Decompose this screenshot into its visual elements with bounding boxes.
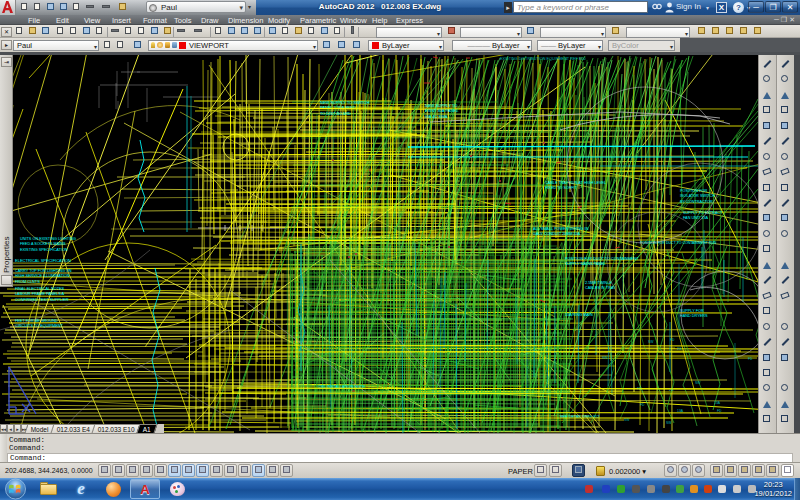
svg-text:ELECTRICAL SPECIFICATION: ELECTRICAL SPECIFICATION <box>15 258 71 263</box>
svg-text:FROM CLNTS: FROM CLNTS <box>15 280 40 284</box>
svg-text:FEED A SOCKETS MAINS: FEED A SOCKETS MAINS <box>20 242 66 246</box>
svg-text:POSITION FOR DUCT TO CONTAINME: POSITION FOR DUCT TO CONTAINMENT <box>565 257 639 261</box>
svg-text:FEET FOR BE GROUND: FEET FOR BE GROUND <box>15 319 58 323</box>
svg-text:EXISTING DISTRIBUTION EQUIPMEN: EXISTING DISTRIBUTION EQUIPMENT REF E10 <box>500 57 586 61</box>
svg-text:ISOLATOR SWITCH: ISOLATOR SWITCH <box>680 194 715 198</box>
svg-text:13A: 13A <box>714 401 721 405</box>
svg-text:EXIST 30A PANEL: EXIST 30A PANEL <box>425 108 459 113</box>
svg-text:PANEL 2 30A FEED: PANEL 2 30A FEED <box>320 105 356 110</box>
svg-text:FAN UNIT 13A: FAN UNIT 13A <box>683 216 709 220</box>
svg-text:CABLES IN TRAY: CABLES IN TRAY <box>585 286 616 290</box>
svg-text:ALL SMALL POWER WIRING IN: ALL SMALL POWER WIRING IN <box>533 227 589 231</box>
svg-text:SW: SW <box>666 421 672 425</box>
svg-text:SW: SW <box>695 381 701 385</box>
svg-text:SW: SW <box>602 356 608 360</box>
svg-text:EXISTING SPECIFICATION: EXISTING SPECIFICATION <box>20 248 68 252</box>
svg-text:13A RING MAIN: 13A RING MAIN <box>565 313 593 317</box>
svg-text:CIRCUITS TO EQUIPMENT: CIRCUITS TO EQUIPMENT <box>15 324 63 328</box>
svg-text:2G: 2G <box>677 347 682 351</box>
svg-text:SUPPLY TO EXTRACT: SUPPLY TO EXTRACT <box>683 211 723 215</box>
svg-text:SW: SW <box>624 418 630 422</box>
svg-text:TO DIST BOARD: TO DIST BOARD <box>320 111 351 116</box>
svg-text:FD: FD <box>640 403 645 407</box>
svg-text:SUPPLY FOR: SUPPLY FOR <box>680 309 704 313</box>
svg-text:FINAL ELECTRICAL NOTES: FINAL ELECTRICAL NOTES <box>15 287 65 291</box>
svg-text:BY CONTRACTOR: BY CONTRACTOR <box>680 200 713 204</box>
svg-text:SW: SW <box>648 340 654 344</box>
svg-text:LABOUR FRAME PANELS A: LABOUR FRAME PANELS A <box>15 292 65 296</box>
svg-text:FIXED TO SOFFIT: FIXED TO SOFFIT <box>545 186 578 190</box>
svg-text:VIA 4C SWA: VIA 4C SWA <box>425 114 448 119</box>
svg-text:HIGH SERVICE ILLUMINATION: HIGH SERVICE ILLUMINATION <box>15 274 70 278</box>
svg-text:FD: FD <box>748 357 753 361</box>
svg-text:HAND DRYERS: HAND DRYERS <box>680 314 708 318</box>
svg-text:UNITS ON EXISTING LIGHTING: UNITS ON EXISTING LIGHTING <box>20 237 76 241</box>
svg-text:CARRY TOP FOR LIGHTING ON: CARRY TOP FOR LIGHTING ON <box>15 269 72 273</box>
svg-text:CONFIRMED TEST SUPPLIER: CONFIRMED TEST SUPPLIER <box>15 298 69 302</box>
svg-text:FD: FD <box>670 338 675 342</box>
svg-text:GALV CONDUIT 20MM DIA: GALV CONDUIT 20MM DIA <box>533 232 581 236</box>
svg-text:POSITION FOR: POSITION FOR <box>680 189 707 193</box>
svg-text:CABLE TRAY RUN AT HIGH LEVEL: CABLE TRAY RUN AT HIGH LEVEL <box>545 181 606 185</box>
svg-text:2.5MM TWIN+E: 2.5MM TWIN+E <box>585 281 613 285</box>
svg-text:SUPPLY MAINS PANEL: SUPPLY MAINS PANEL <box>565 262 606 266</box>
svg-text:FD: FD <box>717 409 722 413</box>
